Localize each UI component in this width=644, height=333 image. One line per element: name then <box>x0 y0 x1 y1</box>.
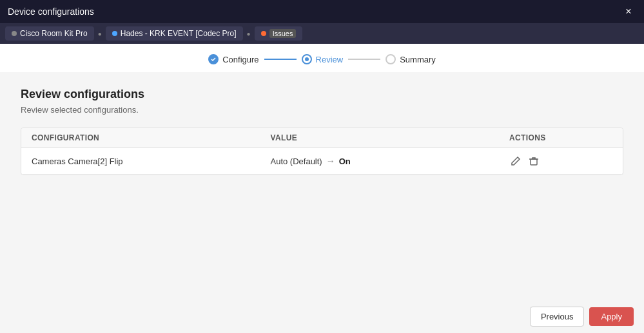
title-bar-left: Device configurations <box>8 6 94 17</box>
table-header: Configuration Value Actions <box>21 128 623 148</box>
cell-actions <box>509 155 612 167</box>
col-header-actions: Actions <box>509 133 612 142</box>
title-bar: Device configurations × <box>0 0 644 23</box>
config-table: Configuration Value Actions Cameras Came… <box>21 128 623 175</box>
tab-room[interactable]: Hades - KRK EVENT [Codec Pro] <box>106 26 243 41</box>
check-icon <box>211 57 216 62</box>
step-line-2 <box>348 59 380 60</box>
tab-device-dot <box>12 31 17 36</box>
main-content: Review configurations Review selected co… <box>0 72 644 300</box>
table-row: Cameras Camera[2] Flip Auto (Default) → … <box>21 148 623 175</box>
step-line-1 <box>264 59 297 60</box>
tab-device[interactable]: Cisco Room Kit Pro <box>5 26 94 41</box>
tabs-bar: Cisco Room Kit Pro ● Hades - KRK EVENT [… <box>0 23 644 44</box>
tab-room-dot <box>112 31 117 36</box>
close-button[interactable]: × <box>621 4 636 19</box>
cell-configuration: Cameras Camera[2] Flip <box>32 157 271 166</box>
trash-icon <box>529 156 539 166</box>
stepper: Configure Review Summary <box>0 44 644 72</box>
tab-device-label: Cisco Room Kit Pro <box>20 29 88 38</box>
step-configure: Configure <box>208 54 259 64</box>
edit-button[interactable] <box>509 155 522 167</box>
step-configure-circle <box>208 54 219 64</box>
tab-room-label: Hades - KRK EVENT [Codec Pro] <box>121 29 237 38</box>
apply-button[interactable]: Apply <box>589 307 634 326</box>
footer: Previous Apply <box>0 300 644 333</box>
step-review-circle <box>302 54 312 64</box>
cell-value: Auto (Default) → On <box>271 156 510 166</box>
section-title: Review configurations <box>21 88 623 101</box>
svg-rect-0 <box>531 159 537 165</box>
section-subtitle: Review selected configurations. <box>21 105 623 115</box>
step-review-label: Review <box>316 55 344 64</box>
col-header-configuration: Configuration <box>32 133 271 142</box>
value-before: Auto (Default) <box>271 157 322 166</box>
step-summary: Summary <box>385 54 436 64</box>
arrow-icon: → <box>326 156 335 166</box>
value-after: On <box>339 157 351 166</box>
tab-separator-2: ● <box>246 30 252 37</box>
previous-button[interactable]: Previous <box>530 307 585 327</box>
tab-issues[interactable]: Issues <box>255 26 303 41</box>
col-header-value: Value <box>271 133 510 142</box>
issues-badge: Issues <box>269 29 297 38</box>
step-summary-circle <box>385 54 396 64</box>
tab-separator-1: ● <box>97 30 103 37</box>
pencil-icon <box>511 156 521 166</box>
step-review: Review <box>302 54 344 64</box>
delete-button[interactable] <box>527 155 540 167</box>
tab-issues-dot <box>261 31 266 36</box>
step-summary-label: Summary <box>400 55 436 64</box>
step-configure-label: Configure <box>222 55 259 64</box>
app-title: Device configurations <box>8 6 94 17</box>
